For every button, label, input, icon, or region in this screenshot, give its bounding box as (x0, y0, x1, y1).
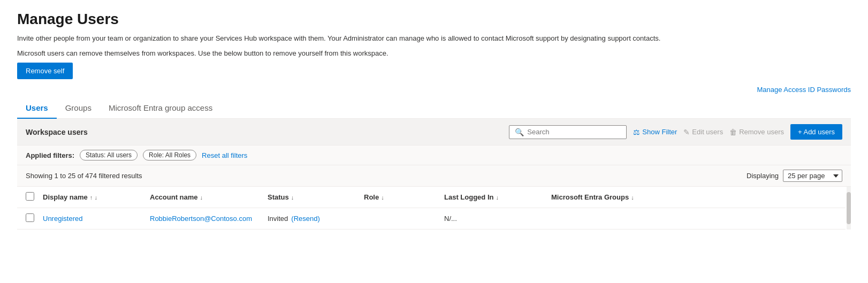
displaying-label: Displaying (747, 172, 779, 180)
th-display-name[interactable]: Display name ↑ ↓ (43, 193, 150, 201)
cell-display-name[interactable]: Unregistered (43, 215, 150, 223)
cell-last-logged-in: N/... (444, 215, 551, 223)
th-last-logged-in[interactable]: Last Logged In ↓ (444, 193, 551, 201)
row-checkbox[interactable] (26, 213, 34, 222)
trash-icon: 🗑 (729, 128, 737, 136)
remove-users-button[interactable]: 🗑 Remove users (729, 128, 784, 136)
sort-display-name-icon[interactable]: ↑ ↓ (90, 194, 97, 201)
remove-self-row: Remove self (17, 63, 851, 79)
show-filter-button[interactable]: ⚖ Show Filter (633, 128, 677, 136)
per-page-select[interactable]: 10 per page 25 per page 50 per page 100 … (783, 170, 842, 182)
tab-entra-group-access[interactable]: Microsoft Entra group access (100, 98, 221, 119)
filter-icon: ⚖ (633, 128, 640, 136)
sort-role-icon[interactable]: ↓ (381, 194, 384, 201)
scrollbar-track (847, 187, 851, 230)
table-row: Unregistered RobbieRobertson@Contoso.com… (17, 208, 846, 230)
scrollbar-thumb[interactable] (847, 192, 851, 224)
applied-filters-label: Applied filters: (26, 151, 74, 159)
filters-row: Applied filters: Status: All users Role:… (17, 146, 851, 165)
th-status[interactable]: Status ↓ (268, 193, 364, 201)
search-box: 🔍 (509, 125, 627, 139)
search-icon: 🔍 (515, 128, 524, 136)
add-users-button[interactable]: + Add users (790, 124, 842, 140)
sort-last-logged-icon[interactable]: ↓ (496, 194, 499, 201)
workspace-users-toolbar: Workspace users 🔍 ⚖ Show Filter ✎ Edit u… (17, 119, 851, 146)
add-users-label: + Add users (798, 128, 835, 136)
status-invited-text: Invited (268, 215, 288, 223)
tab-users[interactable]: Users (17, 98, 57, 119)
results-summary: Showing 1 to 25 of 474 filtered results (26, 172, 142, 180)
row-checkbox-cell (26, 213, 43, 224)
filter-chip-role[interactable]: Role: All Roles (143, 150, 196, 160)
description-1: Invite other people from your team or or… (17, 33, 851, 44)
th-checkbox (26, 192, 43, 202)
toolbar-right: 🔍 ⚖ Show Filter ✎ Edit users 🗑 Remove us… (509, 124, 842, 140)
show-filter-label: Show Filter (642, 128, 677, 136)
table-header: Display name ↑ ↓ Account name ↓ Status ↓… (17, 187, 846, 208)
th-account-name[interactable]: Account name ↓ (150, 193, 268, 201)
search-input[interactable] (527, 128, 621, 136)
table-area: Display name ↑ ↓ Account name ↓ Status ↓… (17, 187, 851, 230)
page-title: Manage Users (17, 11, 851, 28)
page-container: Manage Users Invite other people from yo… (0, 0, 868, 230)
tabs-bar: Users Groups Microsoft Entra group acces… (17, 98, 851, 119)
remove-users-label: Remove users (739, 128, 784, 136)
cell-account-name[interactable]: RobbieRobertson@Contoso.com (150, 215, 268, 223)
remove-self-button[interactable]: Remove self (17, 63, 73, 79)
manage-access-link-row: Manage Access ID Passwords (17, 86, 851, 94)
status-resend-link[interactable]: (Resend) (291, 215, 319, 223)
th-role[interactable]: Role ↓ (364, 193, 444, 201)
edit-users-label: Edit users (692, 128, 723, 136)
displaying-row: Displaying 10 per page 25 per page 50 pe… (747, 170, 842, 182)
manage-access-id-passwords-link[interactable]: Manage Access ID Passwords (757, 86, 851, 94)
cell-status: Invited (Resend) (268, 215, 364, 223)
results-row: Showing 1 to 25 of 474 filtered results … (17, 165, 851, 187)
filter-chip-status[interactable]: Status: All users (80, 150, 138, 160)
select-all-checkbox[interactable] (26, 192, 34, 201)
workspace-users-label: Workspace users (26, 128, 88, 136)
sort-status-icon[interactable]: ↓ (291, 194, 294, 201)
th-entra-groups[interactable]: Microsoft Entra Groups ↓ (551, 193, 837, 201)
reset-all-filters-button[interactable]: Reset all filters (202, 151, 247, 159)
sort-entra-groups-icon[interactable]: ↓ (631, 194, 634, 201)
description-2: Microsoft users can remove themselves fr… (17, 48, 851, 59)
edit-icon: ✎ (683, 128, 690, 136)
sort-account-name-icon[interactable]: ↓ (200, 194, 203, 201)
tab-groups[interactable]: Groups (57, 98, 100, 119)
edit-users-button[interactable]: ✎ Edit users (683, 128, 723, 136)
